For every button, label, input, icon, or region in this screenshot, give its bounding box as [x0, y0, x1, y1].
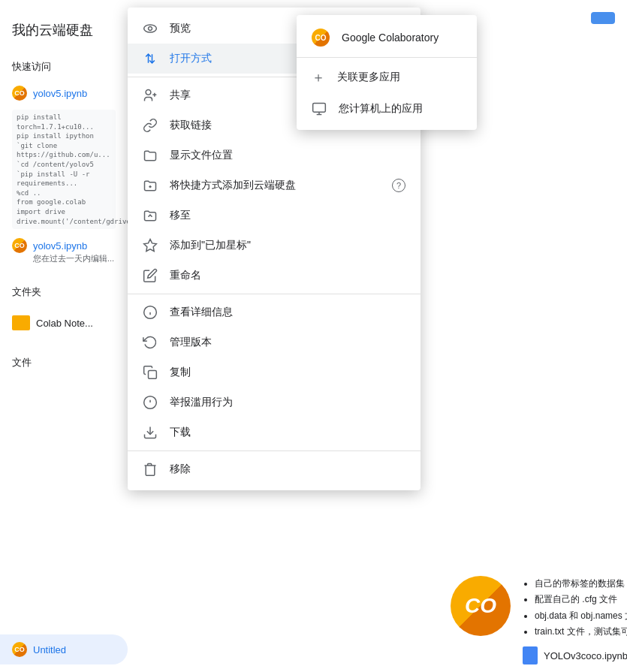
drive-title: 我的云端硬盘: [0, 12, 128, 45]
submenu: CO Google Colaboratory ＋ 关联更多应用 您计算机上的应用: [297, 15, 477, 130]
move-folder-icon: [143, 208, 158, 223]
submenu-item-computer-app[interactable]: 您计算机上的应用: [297, 94, 477, 124]
menu-item-download[interactable]: 下载: [128, 417, 421, 447]
add-star-label: 添加到"已加星标": [170, 239, 405, 252]
add-shortcut-label: 将快捷方式添加到云端硬盘: [170, 179, 380, 192]
divider-3: [128, 451, 421, 451]
manage-versions-label: 管理版本: [170, 336, 405, 349]
help-icon: ?: [392, 179, 405, 192]
left-panel: 我的云端硬盘 快速访问 CO yolov5.ipynb pip install …: [0, 0, 128, 672]
yolov5-item-2[interactable]: CO yolov5.ipynb 您在过去一天内编辑...: [0, 232, 128, 270]
svg-point-2: [146, 90, 151, 95]
folder-location-icon: [143, 148, 158, 163]
show-location-label: 显示文件位置: [170, 149, 405, 162]
colab-label: Google Colaboratory: [342, 32, 439, 44]
remove-label: 移除: [170, 463, 405, 476]
colab-icon-small: CO: [12, 86, 27, 101]
svg-marker-7: [144, 240, 157, 252]
download-label: 下载: [170, 426, 405, 439]
untitled-name: Untitled: [33, 644, 66, 655]
yolov5-filename: yolov5.ipynb: [33, 88, 87, 99]
star-icon: [143, 238, 158, 253]
menu-item-manage-versions[interactable]: 管理版本: [128, 327, 421, 357]
svg-point-1: [149, 27, 152, 31]
copy-icon: [143, 365, 158, 380]
download-icon: [143, 425, 158, 440]
edit-icon: [143, 268, 158, 283]
move-icon: [143, 51, 158, 66]
trash-icon: [143, 462, 158, 477]
monitor-icon: [312, 101, 327, 116]
connect-more-label: 关联更多应用: [337, 71, 400, 84]
bullet-item-4: train.txt 文件，测试集可选: [535, 624, 627, 640]
untitled-colab-icon: CO: [12, 642, 27, 657]
svg-rect-11: [149, 371, 157, 379]
report-abuse-label: 举报滥用行为: [170, 396, 405, 409]
rename-label: 重命名: [170, 269, 405, 282]
bottom-right-content: 自己的带标签的数据集 配置自己的 .cfg 文件 obj.data 和 obj.…: [523, 576, 627, 664]
svg-point-0: [144, 25, 157, 32]
warning-icon: [143, 395, 158, 410]
colab-icon-2: CO: [12, 238, 27, 253]
yolov5-file-item[interactable]: CO yolov5.ipynb: [0, 80, 128, 107]
submenu-item-connect-more[interactable]: ＋ 关联更多应用: [297, 61, 477, 94]
code-preview: pip install torch=1.7.1+cu10... pip inst…: [12, 110, 116, 229]
bullet-item-3: obj.data 和 obj.names 文件: [535, 608, 627, 625]
yolov5-name-2: yolov5.ipynb: [33, 240, 87, 252]
menu-item-rename[interactable]: 重命名: [128, 261, 421, 291]
submenu-divider-1: [297, 57, 477, 58]
bullet-item-1: 自己的带标签的数据集: [535, 576, 627, 592]
copy-label: 复制: [170, 366, 405, 379]
menu-item-view-details[interactable]: 查看详细信息: [128, 297, 421, 327]
menu-item-move-to[interactable]: 移至: [128, 200, 421, 231]
divider-2: [128, 294, 421, 294]
file-label: 文件: [0, 341, 128, 375]
quick-access-label: 快速访问: [0, 45, 128, 80]
yolov3coco-item[interactable]: YOLOv3coco.ipynb: [523, 646, 627, 664]
colab-notes-folder[interactable]: Colab Note...: [0, 305, 128, 341]
link-icon: [143, 118, 158, 133]
ipynb-name: YOLOv3coco.ipynb: [544, 650, 627, 661]
folder-name: Colab Note...: [36, 318, 93, 329]
person-add-icon: [143, 88, 158, 103]
svg-rect-16: [313, 104, 326, 113]
view-details-label: 查看详细信息: [170, 306, 405, 319]
bottom-right-area: CO 自己的带标签的数据集 配置自己的 .cfg 文件 obj.data 和 o…: [451, 576, 627, 664]
bullet-list: 自己的带标签的数据集 配置自己的 .cfg 文件 obj.data 和 obj.…: [523, 576, 627, 640]
menu-item-add-star[interactable]: 添加到"已加星标": [128, 231, 421, 261]
folder-label: 文件夹: [0, 270, 128, 305]
computer-app-label: 您计算机上的应用: [339, 102, 423, 116]
menu-item-report-abuse[interactable]: 举报滥用行为: [128, 387, 421, 417]
action-button[interactable]: [591, 12, 615, 24]
ipynb-icon: [523, 646, 538, 664]
colab-submenu-icon: CO: [312, 29, 330, 47]
plus-icon: ＋: [312, 68, 325, 86]
colab-large-icon: CO: [451, 576, 511, 636]
untitled-item[interactable]: CO Untitled: [0, 634, 128, 664]
yolov5-subtitle-2: 您在过去一天内编辑...: [12, 253, 116, 264]
shortcut-icon: [143, 178, 158, 193]
menu-item-show-location[interactable]: 显示文件位置: [128, 140, 421, 170]
eye-icon: [143, 21, 158, 36]
menu-item-remove[interactable]: 移除: [128, 454, 421, 484]
folder-icon: [12, 315, 30, 330]
submenu-item-colab[interactable]: CO Google Colaboratory: [297, 21, 477, 54]
bullet-item-2: 配置自己的 .cfg 文件: [535, 592, 627, 608]
menu-item-copy[interactable]: 复制: [128, 357, 421, 387]
info-icon: [143, 305, 158, 320]
history-icon: [143, 335, 158, 350]
menu-item-add-shortcut[interactable]: 将快捷方式添加到云端硬盘 ?: [128, 170, 421, 200]
move-to-label: 移至: [170, 209, 405, 222]
